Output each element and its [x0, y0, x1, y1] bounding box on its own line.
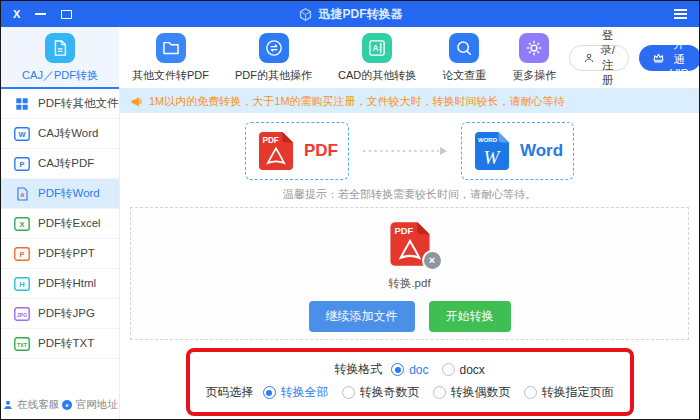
login-register-button[interactable]: 登录/注册: [569, 45, 629, 71]
svg-text:e: e: [65, 401, 68, 408]
window-controls: X: [13, 9, 183, 20]
caj-pdf-icon: P: [14, 157, 30, 171]
svg-text:WORD: WORD: [478, 137, 498, 143]
add-files-button[interactable]: 继续添加文件: [309, 301, 415, 332]
sidebar-item-label: PDF转其他文件: [38, 96, 119, 111]
format-label: 转换格式: [334, 361, 382, 378]
sidebar-item-label: CAJ转Word: [38, 126, 99, 141]
open-vip-button[interactable]: 开通VIP: [639, 45, 700, 71]
radio-label: doc: [409, 363, 428, 377]
pdf-word-icon: A: [14, 187, 30, 201]
caj-pdf-convert-icon: [45, 33, 75, 63]
toolbar-right: 登录/注册 开通VIP: [569, 27, 700, 88]
sidebar-item-pdf-to-excel[interactable]: XPDF转Excel: [1, 209, 119, 239]
tab-label: PDF的其他操作: [235, 68, 312, 83]
sidebar-item-caj-to-pdf[interactable]: PCAJ转PDF: [1, 149, 119, 179]
footer-link-label: 在线客服: [17, 398, 59, 412]
sidebar-item-label: PDF转Excel: [38, 216, 101, 231]
maximize-window-icon[interactable]: [61, 10, 72, 19]
target-format-label: Word: [520, 141, 563, 161]
app-window: X 迅捷PDF转换器 CAJ／PDF转换其他文件转PDFPDF的其他操作ACAD…: [0, 0, 700, 420]
svg-text:A: A: [373, 43, 379, 53]
annotation-highlight-box: 转换格式 docdocx 页码选择 转换全部转换奇数页转换偶数页转换指定页面: [186, 348, 634, 416]
sidebar-item-pdf-to-jpg[interactable]: JPGPDF转JPG: [1, 299, 119, 329]
sidebar-footer: 在线客服e官网地址: [1, 398, 119, 412]
radio-icon: [263, 386, 276, 399]
sidebar-item-label: PDF转JPG: [38, 306, 95, 321]
radio-icon: [442, 363, 455, 376]
start-convert-button[interactable]: 开始转换: [429, 301, 511, 332]
tab-pdf-operations[interactable]: PDF的其他操作: [222, 27, 325, 88]
tab-paper-check[interactable]: 论文查重: [429, 27, 499, 88]
svg-text:TXT: TXT: [17, 341, 28, 347]
format-radio-group: docdocx: [391, 363, 485, 377]
website-icon: e: [61, 399, 73, 411]
pdf-file-small-icon: PDF: [256, 129, 296, 173]
footer-link-label: 官网地址: [76, 398, 118, 412]
pdf-txt-icon: TXT: [14, 337, 30, 351]
source-format-box: PDF PDF: [245, 122, 349, 180]
pages-choice-range[interactable]: 转换指定页面: [524, 384, 614, 401]
open-vip-label: 开通VIP: [670, 37, 689, 79]
tab-more-operations[interactable]: 更多操作: [499, 27, 569, 88]
sidebar-item-label: CAJ转PDF: [38, 156, 94, 171]
pages-label: 页码选择: [206, 384, 254, 401]
footer-link-online-service[interactable]: 在线客服: [2, 398, 59, 412]
pages-option-row: 页码选择 转换全部转换奇数页转换偶数页转换指定页面: [206, 381, 614, 404]
warm-tip-text: 温馨提示：若全部转换需要较长时间，请耐心等待。: [120, 187, 699, 202]
svg-text:A: A: [20, 192, 24, 198]
svg-text:P: P: [19, 249, 24, 258]
sidebar-item-pdf-to-word[interactable]: APDF转Word: [1, 179, 119, 209]
radio-label: 转换偶数页: [451, 384, 511, 401]
radio-icon: [433, 386, 446, 399]
radio-label: 转换全部: [281, 384, 329, 401]
svg-text:PDF: PDF: [394, 225, 413, 236]
radio-icon: [342, 386, 355, 399]
tab-label: CAD的其他转换: [338, 68, 416, 83]
folder-icon: [156, 33, 186, 63]
pages-radio-group: 转换全部转换奇数页转换偶数页转换指定页面: [263, 384, 614, 401]
sidebar-item-label: PDF转TXT: [38, 336, 94, 351]
megaphone-icon: [130, 95, 143, 108]
crown-icon: [652, 51, 665, 64]
svg-text:P: P: [19, 159, 24, 168]
file-drop-zone[interactable]: PDF × 转换.pdf 继续添加文件 开始转换: [130, 207, 689, 340]
sidebar-item-label: PDF转Word: [38, 186, 100, 201]
svg-text:W: W: [484, 147, 502, 168]
tab-caj-pdf-convert[interactable]: CAJ／PDF转换: [1, 27, 119, 88]
format-choice-doc[interactable]: doc: [391, 363, 428, 377]
remove-file-icon[interactable]: ×: [422, 250, 443, 271]
caj-word-icon: W: [14, 127, 30, 141]
close-window-icon[interactable]: X: [13, 9, 20, 20]
pages-choice-even[interactable]: 转换偶数页: [433, 384, 511, 401]
tab-cad-convert[interactable]: ACAD的其他转换: [325, 27, 429, 88]
app-logo-icon: [298, 7, 313, 22]
sidebar: PDF转其他文件WCAJ转WordPCAJ转PDFAPDF转WordXPDF转E…: [1, 89, 120, 419]
footer-link-official-site[interactable]: e官网地址: [61, 398, 118, 412]
pages-choice-all[interactable]: 转换全部: [263, 384, 329, 401]
minimize-window-icon[interactable]: [35, 13, 46, 15]
pdf-jpg-icon: JPG: [14, 307, 30, 321]
sync-arrows-icon: [259, 33, 289, 63]
customer-service-icon: [2, 399, 14, 411]
pages-choice-odd[interactable]: 转换奇数页: [342, 384, 420, 401]
sidebar-item-pdf-to-txt[interactable]: TXTPDF转TXT: [1, 329, 119, 359]
radio-label: 转换指定页面: [542, 384, 614, 401]
sidebar-item-pdf-to-html[interactable]: HPDF转Html: [1, 269, 119, 299]
sidebar-item-pdf-to-other[interactable]: PDF转其他文件: [1, 89, 119, 119]
svg-text:JPG: JPG: [17, 311, 27, 317]
sidebar-item-caj-to-word[interactable]: WCAJ转Word: [1, 119, 119, 149]
hamburger-menu-icon[interactable]: [517, 9, 687, 19]
pdf-excel-icon: X: [14, 217, 30, 231]
radio-icon: [391, 363, 404, 376]
format-choice-docx[interactable]: docx: [442, 363, 485, 377]
grid-icon: [14, 97, 30, 111]
sidebar-item-label: PDF转Html: [38, 276, 96, 291]
tab-label: 其他文件转PDF: [132, 68, 209, 83]
title-bar: X 迅捷PDF转换器: [1, 1, 699, 27]
notice-banner-text: 1M以内的免费转换，大于1M的需购买注册，文件较大时，转换时间较长，请耐心等待: [149, 94, 565, 109]
sidebar-item-pdf-to-ppt[interactable]: PPDF转PPT: [1, 239, 119, 269]
tab-other-to-pdf[interactable]: 其他文件转PDF: [119, 27, 222, 88]
pdf-html-icon: H: [14, 277, 30, 291]
login-register-label: 登录/注册: [600, 28, 615, 88]
